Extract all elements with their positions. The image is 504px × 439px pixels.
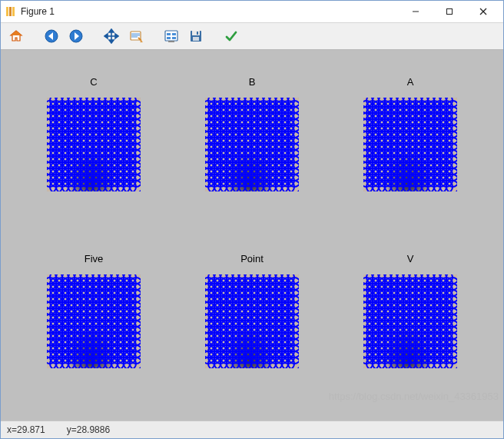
home-button[interactable]	[5, 25, 27, 47]
svg-rect-33	[192, 31, 200, 35]
keypoint-overlay	[363, 98, 457, 191]
svg-marker-19	[104, 34, 108, 38]
svg-marker-25	[140, 41, 143, 42]
status-x: x=29.871	[7, 424, 45, 435]
svg-marker-20	[115, 34, 118, 38]
figure-canvas[interactable]: CBAFivePointV https://blog.csdn.net/weix…	[1, 50, 503, 421]
pan-button[interactable]	[101, 25, 122, 47]
subplot-0: C	[15, 53, 173, 230]
subplot-title: Point	[240, 253, 264, 265]
subplot-4: Point	[173, 230, 331, 407]
save-button[interactable]	[185, 25, 207, 47]
titlebar: Figure 1	[1, 1, 503, 23]
subplot-title: B	[249, 76, 256, 88]
svg-rect-27	[167, 33, 171, 35]
svg-rect-34	[197, 32, 198, 35]
window-title: Figure 1	[21, 6, 399, 17]
statusbar: x=29.871 y=28.9886	[1, 421, 503, 438]
maximize-button[interactable]	[433, 2, 466, 22]
svg-rect-35	[193, 37, 199, 41]
subplot-title: A	[407, 76, 414, 88]
toolbar	[1, 23, 503, 50]
subplot-image	[363, 98, 457, 191]
subplot-1: B	[173, 53, 331, 230]
svg-rect-26	[165, 31, 177, 41]
svg-rect-2	[12, 7, 15, 16]
subplot-title: C	[90, 76, 97, 88]
subplot-2: A	[331, 53, 489, 230]
svg-marker-8	[11, 31, 22, 35]
subplot-5: V	[331, 230, 489, 407]
keypoint-overlay	[47, 274, 141, 368]
subplot-title: V	[407, 253, 414, 265]
svg-rect-4	[447, 9, 453, 15]
svg-rect-30	[172, 37, 176, 39]
svg-rect-29	[167, 37, 171, 39]
subplot-grid: CBAFivePointV	[15, 53, 489, 407]
zoom-button[interactable]	[125, 25, 147, 47]
minimize-button[interactable]	[399, 2, 433, 22]
keypoint-overlay	[47, 98, 141, 191]
keypoint-overlay	[363, 274, 457, 368]
forward-button[interactable]	[65, 25, 87, 47]
svg-rect-1	[9, 7, 12, 16]
subplot-3: Five	[15, 230, 173, 407]
svg-rect-28	[172, 33, 176, 35]
app-icon	[4, 5, 16, 18]
subplot-image	[205, 274, 299, 368]
subplot-image	[205, 98, 299, 191]
subplot-image	[47, 274, 141, 368]
subplot-title: Five	[85, 253, 104, 265]
svg-marker-17	[109, 29, 114, 32]
keypoint-overlay	[205, 98, 299, 191]
back-button[interactable]	[41, 25, 62, 47]
svg-marker-18	[109, 40, 114, 43]
figure-window: Figure 1	[0, 0, 504, 439]
subplots-button[interactable]	[161, 25, 182, 47]
edit-button[interactable]	[220, 25, 242, 47]
svg-rect-0	[6, 7, 8, 16]
subplot-image	[363, 274, 457, 368]
status-y: y=28.9886	[67, 424, 110, 435]
keypoint-overlay	[205, 274, 299, 368]
svg-rect-31	[168, 41, 174, 42]
close-button[interactable]	[466, 2, 500, 22]
subplot-image	[47, 98, 141, 191]
